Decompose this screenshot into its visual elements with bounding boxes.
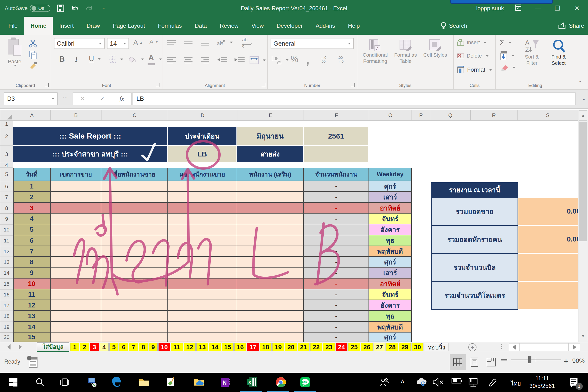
macro-record-icon[interactable] bbox=[27, 356, 39, 370]
sheet-tab-รอบวิ่ง[interactable]: รอบวิ่ง bbox=[424, 343, 449, 351]
cell-E14[interactable] bbox=[237, 268, 304, 278]
ribbon-tab-page-layout[interactable]: Page Layout bbox=[106, 17, 151, 35]
signed-in-user[interactable]: loppp suuk bbox=[476, 5, 504, 12]
cell-E12[interactable] bbox=[237, 246, 304, 257]
merge-center-button[interactable] bbox=[249, 56, 266, 64]
sheet-tab-11[interactable]: 11 bbox=[171, 343, 183, 351]
ribbon-tab-developer[interactable]: Developer bbox=[270, 17, 309, 35]
cell-B7[interactable] bbox=[51, 192, 101, 203]
view-page-break-button[interactable] bbox=[483, 354, 499, 370]
cell-O7-weekday[interactable]: เสาร์ bbox=[369, 192, 412, 203]
cell-F6[interactable]: - bbox=[304, 181, 369, 192]
cell-O17-weekday[interactable]: อังคาร bbox=[369, 300, 412, 311]
cell-D18[interactable] bbox=[168, 311, 237, 322]
row-header-19[interactable]: 19 bbox=[0, 322, 13, 332]
zoom-slider-track[interactable] bbox=[511, 360, 561, 360]
cell-A20[interactable]: 15 bbox=[13, 332, 51, 342]
percent-style-button[interactable]: % bbox=[291, 54, 298, 64]
comma-style-button[interactable]: , bbox=[306, 52, 309, 67]
col-header-F[interactable]: F bbox=[304, 110, 369, 121]
sheet-tab-19[interactable]: 19 bbox=[272, 343, 284, 351]
battery-icon[interactable] bbox=[451, 378, 462, 384]
row-header-9[interactable]: 9 bbox=[0, 214, 13, 224]
table-header-จำนวนพนักงาน[interactable]: จำนวนพนักงาน bbox=[304, 168, 369, 181]
start-icon[interactable] bbox=[7, 376, 19, 388]
cell-C9[interactable] bbox=[101, 214, 168, 224]
cell-E19[interactable] bbox=[237, 322, 304, 332]
search-icon[interactable] bbox=[34, 376, 46, 388]
cell-B11[interactable] bbox=[51, 235, 101, 246]
cell-D16[interactable] bbox=[168, 289, 237, 300]
cell-F18[interactable]: - bbox=[304, 311, 369, 322]
cell-O16-weekday[interactable]: จันทร์ bbox=[369, 289, 412, 300]
row-header-13[interactable]: 13 bbox=[0, 257, 13, 268]
zoom-level[interactable]: 90% bbox=[572, 357, 585, 364]
decrease-font-icon[interactable]: A▼ bbox=[149, 38, 158, 45]
ribbon-tab-home[interactable]: Home bbox=[24, 17, 53, 35]
cell-B10[interactable] bbox=[51, 224, 101, 235]
hscroll-right-icon[interactable] bbox=[569, 343, 580, 351]
row-header-18[interactable]: 18 bbox=[0, 311, 13, 322]
minimize-button[interactable]: — bbox=[533, 5, 543, 12]
sheet-tab-6[interactable]: 6 bbox=[119, 343, 128, 351]
cell-D11[interactable] bbox=[168, 235, 237, 246]
cell-O19-weekday[interactable]: พฤหัสบดี bbox=[369, 322, 412, 332]
expand-formula-bar-icon[interactable]: ⌄ bbox=[582, 95, 586, 102]
cell-route[interactable]: สายส่ง bbox=[237, 146, 304, 163]
language-indicator[interactable]: ไทย bbox=[506, 379, 526, 388]
vertical-scroll-thumb[interactable] bbox=[580, 122, 587, 241]
sheet-tab-2[interactable]: 2 bbox=[80, 343, 89, 351]
cell-E15[interactable] bbox=[237, 278, 304, 289]
cell-C15[interactable] bbox=[101, 278, 168, 289]
cell-B18[interactable] bbox=[51, 311, 101, 322]
sheet-tab-9[interactable]: 9 bbox=[148, 343, 158, 351]
sheet-tab-24[interactable]: 24 bbox=[336, 343, 348, 351]
cell-F20[interactable]: - bbox=[304, 332, 369, 342]
cell-D8[interactable] bbox=[168, 203, 237, 214]
sheet-tab-20[interactable]: 20 bbox=[285, 343, 297, 351]
sheet-tab-22[interactable]: 22 bbox=[310, 343, 322, 351]
font-color-dropdown-icon[interactable] bbox=[159, 58, 162, 60]
cell-B6[interactable] bbox=[51, 181, 101, 192]
sheet-tab-18[interactable]: 18 bbox=[260, 343, 272, 351]
cell-month-label[interactable]: ประจำเดือน bbox=[168, 127, 237, 146]
scroll-down-icon[interactable]: ▼ bbox=[579, 331, 587, 341]
cell-C11[interactable] bbox=[101, 235, 168, 246]
horizontal-scroll-track[interactable] bbox=[520, 343, 569, 351]
cell-E6[interactable] bbox=[237, 181, 304, 192]
cell-A11[interactable]: 6 bbox=[13, 235, 51, 246]
cell-O6-weekday[interactable]: ศุกร์ bbox=[369, 181, 412, 192]
edge-icon[interactable] bbox=[111, 376, 122, 388]
cell-B13[interactable] bbox=[51, 257, 101, 268]
cell-B8[interactable] bbox=[51, 203, 101, 214]
clear-button[interactable] bbox=[500, 64, 515, 71]
cell-D20[interactable] bbox=[168, 332, 237, 342]
cell-E18[interactable] bbox=[237, 311, 304, 322]
row-header-17[interactable]: 17 bbox=[0, 300, 13, 311]
cell-E10[interactable] bbox=[237, 224, 304, 235]
cell-year-value[interactable]: 2561 bbox=[304, 127, 369, 146]
cell-C20[interactable] bbox=[101, 332, 168, 342]
alignment-dialog-launcher[interactable] bbox=[262, 83, 265, 87]
cell-D17[interactable] bbox=[168, 300, 237, 311]
summary-value-2[interactable] bbox=[518, 254, 587, 281]
ribbon-tab-draw[interactable]: Draw bbox=[80, 17, 106, 35]
increase-decimal-button[interactable]: ←.0.00 bbox=[320, 56, 326, 63]
cell-C8[interactable] bbox=[101, 203, 168, 214]
sheet-tab-28[interactable]: 28 bbox=[386, 343, 398, 351]
onenote-icon[interactable]: N bbox=[220, 376, 231, 388]
delete-cells-button[interactable]: Delete bbox=[457, 52, 489, 60]
cell-E17[interactable] bbox=[237, 300, 304, 311]
sheet-tab-4[interactable]: 4 bbox=[100, 343, 109, 351]
cell-F12[interactable]: - bbox=[304, 246, 369, 257]
sheet-tab-10[interactable]: 10 bbox=[158, 343, 170, 351]
cell-E7[interactable] bbox=[237, 192, 304, 203]
cell-E8[interactable] bbox=[237, 203, 304, 214]
cell-F7[interactable]: - bbox=[304, 192, 369, 203]
cell-C18[interactable] bbox=[101, 311, 168, 322]
italic-button[interactable]: I bbox=[75, 55, 78, 64]
cell-month-value[interactable]: มิถุนายน bbox=[237, 127, 304, 146]
cell-O12-weekday[interactable]: พฤหัสบดี bbox=[369, 246, 412, 257]
cell-B16[interactable] bbox=[51, 289, 101, 300]
align-top-icon[interactable] bbox=[167, 40, 176, 46]
